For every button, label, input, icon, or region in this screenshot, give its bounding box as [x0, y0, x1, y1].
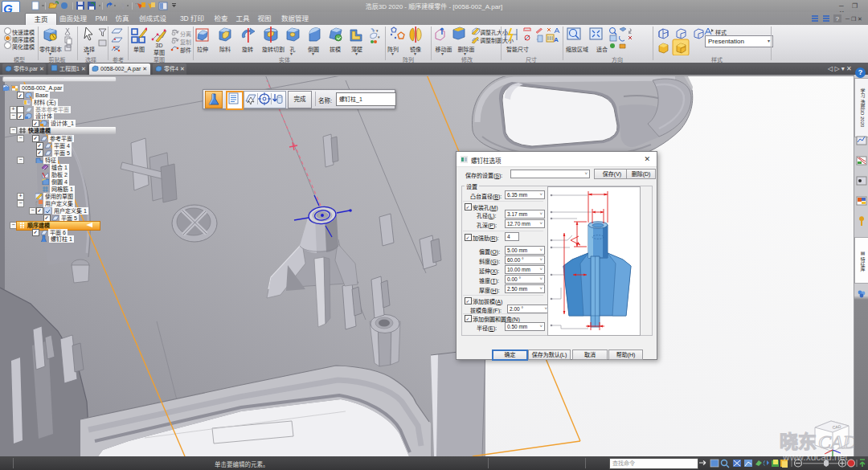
svg-text:▾: ▾	[378, 35, 380, 39]
svg-text:─ ❐ ✕: ─ ❐ ✕	[845, 16, 862, 22]
svg-text:晓东: 晓东	[780, 431, 817, 452]
svg-text:A: A	[554, 36, 559, 43]
svg-text:CAD: CAD	[818, 431, 854, 452]
svg-text:?: ?	[836, 15, 840, 22]
svg-text:▾: ▾	[376, 28, 379, 33]
